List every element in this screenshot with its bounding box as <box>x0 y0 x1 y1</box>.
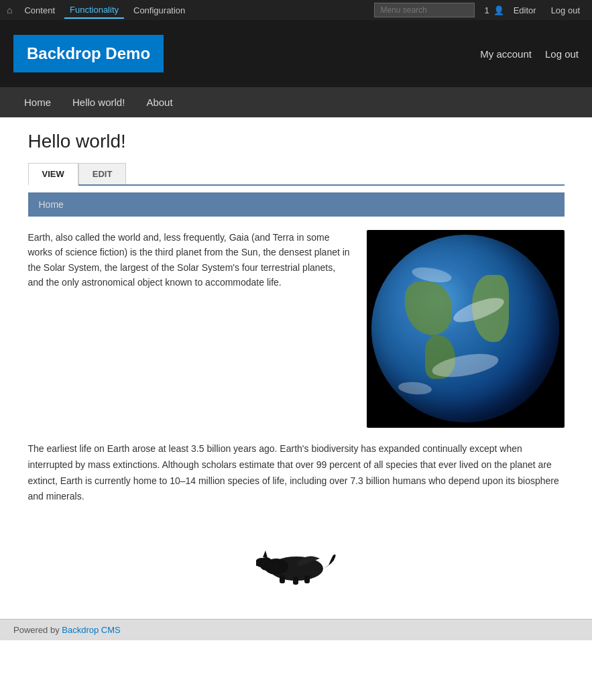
tab-edit[interactable]: EDIT <box>78 163 127 184</box>
content-area: Hello world! VIEW EDIT Home Earth, also … <box>1 117 591 619</box>
article-text: Earth, also called the world and, less f… <box>28 230 353 428</box>
tab-view[interactable]: VIEW <box>28 163 78 186</box>
svg-marker-5 <box>263 550 268 558</box>
main-nav: Home Hello world! About <box>0 87 592 117</box>
toolbar-link-content[interactable]: Content <box>19 3 60 18</box>
second-paragraph: The earliest life on Earth arose at leas… <box>28 441 565 505</box>
nav-hello-world[interactable]: Hello world! <box>62 89 135 116</box>
breadcrumb: Home <box>28 192 565 217</box>
toolbar-link-functionality[interactable]: Functionality <box>64 2 124 19</box>
article-content: Earth, also called the world and, less f… <box>28 230 565 428</box>
continent-1 <box>405 282 452 335</box>
svg-rect-6 <box>280 575 285 583</box>
user-count: 1 <box>484 5 489 15</box>
admin-toolbar: ⌂ Content Functionality Configuration 1 … <box>0 0 592 20</box>
backdrop-cms-link[interactable]: Backdrop CMS <box>62 625 120 635</box>
tabs: VIEW EDIT <box>28 163 565 186</box>
menu-search-input[interactable] <box>374 3 475 17</box>
nav-home[interactable]: Home <box>13 89 62 116</box>
my-account-link[interactable]: My account <box>480 48 532 60</box>
powered-by-text: Powered by <box>13 625 62 635</box>
admin-logout-button[interactable]: Log out <box>546 3 585 18</box>
earth-globe <box>371 235 559 422</box>
site-header: Backdrop Demo My account Log out <box>0 20 592 87</box>
home-icon[interactable]: ⌂ <box>7 5 12 15</box>
header-nav: My account Log out <box>480 48 579 60</box>
toolbar-link-configuration[interactable]: Configuration <box>128 3 190 18</box>
nav-about[interactable]: About <box>135 89 183 116</box>
footer-logo <box>28 525 565 592</box>
earth-image <box>367 230 565 428</box>
editor-button[interactable]: Editor <box>508 3 542 18</box>
breadcrumb-home[interactable]: Home <box>39 199 64 210</box>
cloud-4 <box>398 381 432 396</box>
svg-rect-8 <box>304 575 310 583</box>
user-icon: 👤 <box>493 5 504 15</box>
page-title: Hello world! <box>28 131 565 152</box>
svg-rect-7 <box>293 577 298 585</box>
site-title[interactable]: Backdrop Demo <box>13 35 164 72</box>
footer-bar: Powered by Backdrop CMS <box>0 619 592 640</box>
logout-link[interactable]: Log out <box>545 48 579 60</box>
dragon-icon <box>256 538 337 585</box>
